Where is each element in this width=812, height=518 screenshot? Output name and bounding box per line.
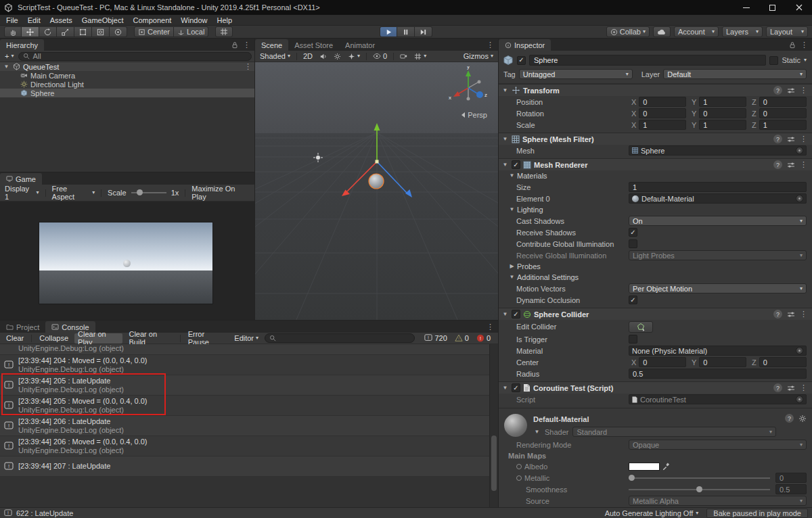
- hierarchy-item-directional-light[interactable]: Directional Light: [0, 80, 254, 89]
- layer-dropdown[interactable]: Default ▾: [663, 69, 807, 79]
- scale-slider[interactable]: [131, 192, 166, 193]
- hand-tool-button[interactable]: [4, 26, 22, 37]
- menu-window[interactable]: Window: [176, 16, 212, 24]
- console-search-input[interactable]: [265, 333, 415, 343]
- play-button[interactable]: [380, 26, 397, 37]
- scene-root-row[interactable]: ▼ QueueTest ⋮: [0, 62, 254, 71]
- materials-foldout[interactable]: ▼ Materials: [499, 170, 812, 181]
- smoothness-value-field[interactable]: 0.5: [775, 484, 807, 494]
- tag-dropdown[interactable]: Untagged ▾: [519, 69, 633, 79]
- smoothness-slider[interactable]: [629, 489, 770, 490]
- pivot-center-button[interactable]: Center: [134, 26, 174, 37]
- sphere-collider-header[interactable]: ▼ ✓ Sphere Collider ? ⋮: [499, 308, 812, 320]
- console-log-entry[interactable]: ! [23:39:44] 206 : LateUpdate UnityEngin…: [0, 416, 498, 436]
- scene-effects-dropdown[interactable]: ▾: [346, 53, 362, 60]
- step-button[interactable]: [415, 26, 432, 37]
- material-object-field[interactable]: Default-Material: [629, 193, 807, 204]
- tab-asset-store[interactable]: Asset Store: [288, 39, 339, 51]
- radius-field[interactable]: 0.5: [629, 369, 807, 379]
- console-log-entry[interactable]: UnityEngine.Debug:Log (object): [0, 344, 498, 355]
- eyedropper-icon[interactable]: [662, 463, 670, 470]
- kebab-menu-icon[interactable]: ⋮: [800, 135, 807, 143]
- kebab-menu-icon[interactable]: ⋮: [800, 384, 807, 392]
- tab-hierarchy[interactable]: Hierarchy: [0, 39, 44, 51]
- hierarchy-item-sphere[interactable]: Sphere: [0, 89, 254, 97]
- account-dropdown[interactable]: Account ▾: [674, 26, 719, 37]
- motion-vectors-dropdown[interactable]: Per Object Motion ▾: [629, 283, 807, 293]
- console-scrollbar[interactable]: [489, 344, 498, 507]
- game-viewport[interactable]: [0, 202, 254, 320]
- collab-button[interactable]: Collab ▾: [606, 26, 650, 37]
- kebab-menu-icon[interactable]: ⋮: [243, 41, 250, 49]
- grid-snap-button[interactable]: [215, 26, 233, 37]
- rotation-z-field[interactable]: 0: [759, 108, 807, 118]
- lock-icon[interactable]: [231, 41, 238, 49]
- center-x-field[interactable]: 0: [639, 357, 686, 367]
- static-checkbox[interactable]: [769, 56, 778, 65]
- help-icon[interactable]: ?: [773, 135, 782, 143]
- position-y-field[interactable]: 1: [699, 97, 746, 107]
- active-checkbox[interactable]: ✓: [517, 56, 526, 65]
- scale-tool-button[interactable]: [57, 26, 74, 37]
- cast-shadows-dropdown[interactable]: On ▾: [629, 216, 807, 226]
- scene-visibility-toggle[interactable]: 0: [371, 52, 389, 60]
- console-log-entry[interactable]: ! [23:39:44] 206 : Moved = (0.0, 0.4, 0.…: [0, 436, 498, 456]
- caret-down-icon[interactable]: ▾: [804, 57, 807, 63]
- position-z-field[interactable]: 0: [759, 97, 807, 107]
- metallic-value-field[interactable]: 0: [775, 473, 807, 483]
- presets-icon[interactable]: [787, 161, 795, 169]
- tab-game[interactable]: Game: [0, 173, 42, 185]
- console-scrollbar-thumb[interactable]: [491, 435, 497, 491]
- close-button[interactable]: [786, 0, 812, 15]
- material-preview-sphere[interactable]: [504, 414, 527, 437]
- kebab-menu-icon[interactable]: ⋮: [800, 41, 808, 49]
- lock-icon[interactable]: [789, 41, 796, 49]
- presets-icon[interactable]: [787, 135, 795, 143]
- rotation-y-field[interactable]: 0: [699, 108, 746, 118]
- edit-collider-button[interactable]: [629, 321, 653, 333]
- object-picker-icon[interactable]: [796, 396, 803, 403]
- component-enabled-checkbox[interactable]: ✓: [512, 310, 520, 319]
- tab-scene[interactable]: Scene: [255, 39, 288, 51]
- center-z-field[interactable]: 0: [759, 357, 807, 367]
- mesh-object-field[interactable]: Sphere: [629, 145, 807, 156]
- display-dropdown[interactable]: Display 1 ▾: [3, 185, 41, 201]
- rect-tool-button[interactable]: [74, 26, 92, 37]
- script-object-field[interactable]: CoroutineTest: [629, 394, 807, 404]
- scene-viewport[interactable]: x y z Persp: [255, 62, 498, 320]
- clear-on-play-button[interactable]: Clear on Play: [74, 333, 122, 344]
- error-count-badge[interactable]: ! 0: [476, 334, 491, 342]
- object-picker-icon[interactable]: [796, 347, 803, 354]
- kebab-menu-icon[interactable]: ⋮: [800, 310, 807, 318]
- custom-tool-button[interactable]: [110, 26, 127, 37]
- grid-settings-dropdown[interactable]: ▾: [412, 53, 428, 60]
- object-picker-icon[interactable]: [796, 147, 803, 154]
- menu-edit[interactable]: Edit: [23, 16, 45, 24]
- hierarchy-search-input[interactable]: All: [18, 52, 252, 61]
- script-component-header[interactable]: ▼ ✓ Coroutine Test (Script) ? ⋮: [499, 381, 812, 394]
- mesh-renderer-header[interactable]: ▼ ✓ Mesh Renderer ? ⋮: [499, 158, 812, 170]
- help-icon[interactable]: ?: [773, 86, 782, 95]
- scale-z-field[interactable]: 1: [759, 120, 807, 130]
- help-icon[interactable]: ?: [773, 160, 782, 169]
- kebab-menu-icon[interactable]: ⋮: [244, 63, 254, 70]
- is-trigger-checkbox[interactable]: [629, 335, 637, 344]
- rotation-x-field[interactable]: 0: [639, 108, 686, 118]
- tab-project[interactable]: Project: [0, 321, 45, 333]
- texture-slot-icon[interactable]: [516, 464, 522, 469]
- scale-x-field[interactable]: 1: [639, 120, 686, 130]
- help-icon[interactable]: ?: [773, 310, 782, 319]
- metallic-slider-thumb[interactable]: [629, 475, 635, 481]
- foldout-open-icon[interactable]: ▼: [533, 429, 541, 435]
- menu-assets[interactable]: Assets: [45, 16, 77, 24]
- gear-icon[interactable]: [798, 415, 807, 423]
- mesh-filter-header[interactable]: ▼ Sphere (Mesh Filter) ? ⋮: [499, 133, 812, 145]
- console-log-entry[interactable]: ! [23:39:44] 204 : Moved = (0.0, 0.4, 0.…: [0, 355, 498, 375]
- hierarchy-empty-area[interactable]: [0, 97, 254, 172]
- materials-size-field[interactable]: 1: [629, 182, 807, 192]
- presets-icon[interactable]: [787, 310, 795, 319]
- console-log-entry[interactable]: ! [23:39:44] 205 : Moved = (0.0, 0.4, 0.…: [0, 396, 498, 416]
- pivot-local-button[interactable]: Local: [174, 26, 208, 37]
- dynamic-occlusion-checkbox[interactable]: ✓: [629, 296, 637, 304]
- clear-on-build-button[interactable]: Clear on Build: [125, 333, 175, 344]
